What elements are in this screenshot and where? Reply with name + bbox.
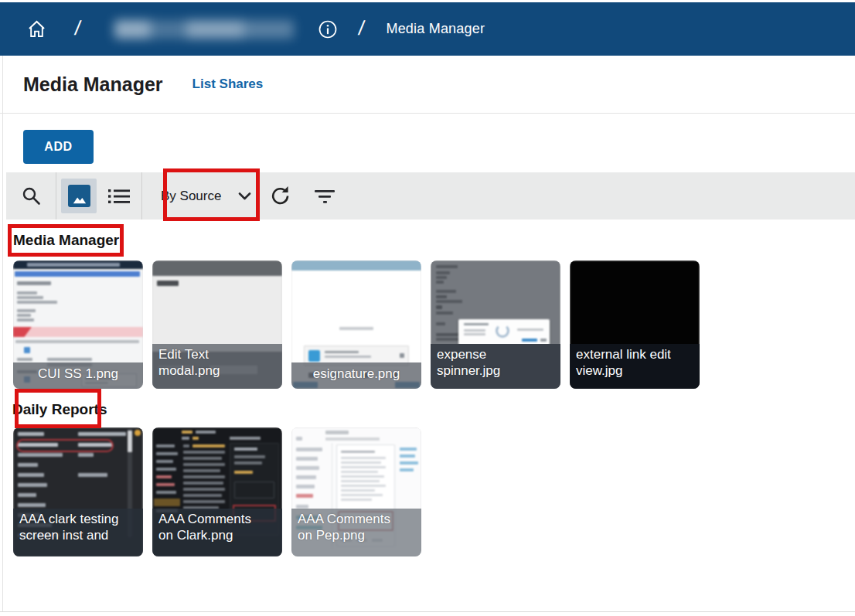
media-tile-external-link-edit-view[interactable]: external link edit view.jpg: [570, 260, 700, 389]
chevron-down-icon: [238, 192, 251, 201]
title-row: Media Manager List Shares: [0, 56, 855, 114]
page-title: Media Manager: [23, 73, 163, 96]
media-tile-aaa-comments-on-clark[interactable]: AAA Comments on Clark.png: [152, 427, 282, 556]
media-caption: AAA clark testing screen inst and: [13, 509, 143, 556]
media-tile-aaa-clark-testing[interactable]: AAA clark testing screen inst and: [13, 427, 143, 556]
add-button[interactable]: ADD: [23, 130, 94, 164]
media-caption: Edit Text modal.png: [152, 344, 282, 389]
left-border-line: [2, 56, 3, 611]
media-caption: expense spinner.jpg: [431, 344, 560, 389]
filter-icon[interactable]: [314, 189, 336, 204]
media-toolbar: By Source: [6, 172, 855, 220]
app-header: / / Media Manager: [0, 2, 855, 56]
bottom-border-line: [0, 611, 855, 612]
breadcrumb-current-page: Media Manager: [386, 21, 485, 37]
refresh-icon[interactable]: [270, 185, 291, 206]
view-toggle-group: [56, 172, 141, 220]
list-view-toggle[interactable]: [97, 187, 141, 206]
group-by-value: By Source: [161, 189, 221, 204]
gallery-view-icon: [68, 185, 90, 207]
breadcrumb-separator: /: [357, 16, 366, 40]
breadcrumb-redacted-item[interactable]: [114, 20, 294, 39]
media-tile-edit-text-modal[interactable]: Edit Text modal.png: [152, 260, 282, 389]
section-label-daily-reports: Daily Reports: [12, 401, 107, 418]
home-icon[interactable]: [26, 19, 47, 39]
toolbar-divider: [141, 172, 142, 220]
by-source-dropdown[interactable]: By Source: [161, 189, 251, 204]
add-row: ADD: [0, 114, 855, 172]
media-tile-esignature[interactable]: esignature.png: [291, 260, 421, 389]
section-label-media-manager: Media Manager: [13, 232, 119, 249]
media-caption: esignature.png: [291, 362, 421, 389]
search-icon[interactable]: [6, 185, 56, 206]
media-caption: CUI SS 1.png: [13, 362, 143, 389]
list-view-icon: [107, 187, 131, 206]
media-caption: AAA Comments on Clark.png: [152, 509, 282, 556]
media-manager-screen: / / Media Manager Media Manager List Sha…: [0, 0, 855, 616]
breadcrumb-separator: /: [73, 16, 83, 40]
gallery-view-toggle[interactable]: [61, 179, 97, 213]
media-tile-expense-spinner[interactable]: expense spinner.jpg: [431, 260, 560, 389]
media-caption: external link edit view.jpg: [570, 344, 700, 389]
media-tile-cui-ss-1[interactable]: CUI SS 1.png: [13, 260, 143, 389]
media-caption: AAA Comments on Pep.png: [291, 509, 421, 556]
media-tile-aaa-comments-on-pep[interactable]: AAA Comments on Pep.png: [291, 427, 421, 556]
info-icon[interactable]: [317, 19, 339, 40]
list-shares-link[interactable]: List Shares: [192, 77, 264, 92]
